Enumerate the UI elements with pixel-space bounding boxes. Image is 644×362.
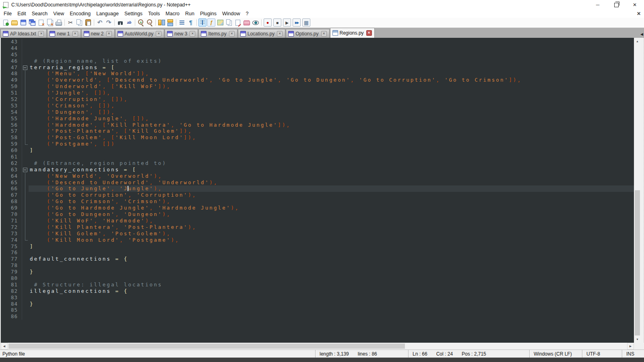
tab-options-py[interactable]: Options.py✕ xyxy=(286,29,329,38)
code-editor-surface[interactable]: 43444546 # (Region name, list of exits)4… xyxy=(1,38,634,343)
tab-locations-py[interactable]: Locations.py✕ xyxy=(238,29,285,38)
scroll-up-arrow[interactable]: ▲ xyxy=(634,38,641,45)
menu-edit[interactable]: Edit xyxy=(14,10,29,17)
vertical-scrollbar-thumb[interactable] xyxy=(635,190,640,335)
tab-close-icon[interactable]: ✕ xyxy=(229,31,235,37)
horizontal-scrollbar-track[interactable] xyxy=(8,343,627,350)
menu-search[interactable]: Search xyxy=(29,10,51,17)
code-line-67[interactable]: 67 ('Go to Corruption', 'Corruption'), xyxy=(1,192,634,198)
code-line-73[interactable]: 73 ('Kill Golem', 'Post-Golem'), xyxy=(1,230,634,237)
code-line-52[interactable]: 52 ('Corruption', []), xyxy=(1,96,634,103)
zoom-in-button[interactable]: + xyxy=(137,19,145,27)
code-line-47[interactable]: 47terraria_regions = [ xyxy=(1,64,634,71)
tab-close-icon[interactable]: ✕ xyxy=(38,31,44,37)
close-file-button[interactable] xyxy=(37,19,45,27)
show-all-characters-button[interactable]: ¶ xyxy=(187,19,195,27)
macro-save-button[interactable]: ▦ xyxy=(302,19,310,27)
sync-horizontal-button[interactable] xyxy=(166,19,174,27)
status-eol-format[interactable]: Windows (CR LF) xyxy=(529,350,582,358)
code-line-62[interactable]: 62 # (Entrance, region pointed to) xyxy=(1,160,634,167)
tab-close-icon[interactable]: ✕ xyxy=(156,31,161,37)
fold-collapse-icon[interactable] xyxy=(22,64,29,71)
restore-button[interactable] xyxy=(607,0,625,10)
menu-view[interactable]: View xyxy=(50,10,67,17)
vertical-scrollbar[interactable]: ▲ ▼ xyxy=(634,38,641,343)
undo-button[interactable]: ↶ xyxy=(96,19,104,27)
code-line-78[interactable]: 78 xyxy=(1,262,634,269)
code-line-72[interactable]: 72 ('Kill Plantera', 'Post-Plantera'), xyxy=(1,224,634,230)
code-line-70[interactable]: 70 ('Go to Dungeon', 'Dungeon'), xyxy=(1,211,634,218)
status-insert-mode[interactable]: INS xyxy=(622,350,644,358)
function-list-button[interactable]: ƒ xyxy=(207,19,215,27)
code-line-74[interactable]: 74 ('Kill Moon Lord', 'Postgame'), xyxy=(1,237,634,243)
sync-vertical-button[interactable] xyxy=(157,19,165,27)
new-file-button[interactable] xyxy=(2,19,10,27)
horizontal-scrollbar-thumb[interactable] xyxy=(8,343,405,349)
document-list-button[interactable] xyxy=(225,19,233,27)
code-line-43[interactable]: 43 xyxy=(1,39,634,45)
word-wrap-button[interactable] xyxy=(178,19,186,27)
tab-new-3[interactable]: new 3✕ xyxy=(165,29,198,38)
code-line-86[interactable]: 86 xyxy=(1,313,634,320)
menu-file[interactable]: File xyxy=(1,10,14,17)
macro-play-button[interactable]: ▶ xyxy=(283,19,291,27)
cut-button[interactable]: ✂ xyxy=(66,19,74,27)
tab-close-icon[interactable]: ✕ xyxy=(190,31,195,37)
tab-scroll-left-button[interactable]: ◀ xyxy=(640,32,643,36)
redo-button[interactable]: ↷ xyxy=(105,19,113,27)
menu-help[interactable]: ? xyxy=(243,10,251,17)
code-line-65[interactable]: 65 ('Descend to Underworld', 'Underworld… xyxy=(1,179,634,186)
ascii-panel-button[interactable] xyxy=(234,19,242,27)
close-document-x-button[interactable]: ✕ xyxy=(637,11,641,16)
monitoring-eye-button[interactable] xyxy=(252,19,260,27)
close-all-button[interactable] xyxy=(46,19,54,27)
code-line-81[interactable]: 81 # Structure: illegal locations xyxy=(1,282,634,288)
code-line-60[interactable]: 60] xyxy=(1,147,634,154)
code-line-79[interactable]: 79} xyxy=(1,269,634,275)
code-line-80[interactable]: 80 xyxy=(1,275,634,282)
replace-button[interactable]: ab xyxy=(125,19,133,27)
horizontal-scrollbar[interactable]: ◀ ▶ xyxy=(0,343,644,350)
code-line-61[interactable]: 61 xyxy=(1,154,634,160)
fold-collapse-icon[interactable] xyxy=(22,167,29,173)
menu-language[interactable]: Language xyxy=(93,10,122,17)
code-line-82[interactable]: 82illegal_connections = { xyxy=(1,288,634,294)
copy-button[interactable] xyxy=(75,19,83,27)
code-line-63[interactable]: 63mandatory_connections = [ xyxy=(1,167,634,173)
code-line-50[interactable]: 50 ('Underworld', ['Kill WoF']), xyxy=(1,83,634,90)
menu-encoding[interactable]: Encoding xyxy=(67,10,93,17)
tab-close-icon[interactable]: ✕ xyxy=(277,31,283,37)
code-line-84[interactable]: 84} xyxy=(1,301,634,307)
code-line-66[interactable]: 66 ('Go to Jungle', 'Jungle'), xyxy=(1,185,634,192)
tab-autoworld-py[interactable]: AutoWorld.py✕ xyxy=(115,29,165,38)
open-file-button[interactable] xyxy=(10,19,19,27)
find-button[interactable] xyxy=(116,19,124,27)
tab-close-icon[interactable]: ✕ xyxy=(72,31,78,37)
code-line-83[interactable]: 83 xyxy=(1,294,634,301)
tab-close-icon[interactable]: ✕ xyxy=(321,31,327,37)
indent-guide-button[interactable] xyxy=(198,19,206,27)
code-line-54[interactable]: 54 ('Dungeon', []), xyxy=(1,109,634,115)
code-line-48[interactable]: 48 ('Menu', ['New World']), xyxy=(1,70,634,77)
macro-stop-button[interactable]: ■ xyxy=(273,19,281,27)
tab-close-icon[interactable]: ✕ xyxy=(366,30,372,36)
code-line-49[interactable]: 49 ('Overworld', ['Descend to Underworld… xyxy=(1,77,634,83)
tab-items-py[interactable]: Items.py✕ xyxy=(198,29,237,38)
code-line-45[interactable]: 45 xyxy=(1,51,634,58)
tab-close-icon[interactable]: ✕ xyxy=(106,31,112,37)
status-encoding[interactable]: UTF-8 xyxy=(582,350,622,358)
print-button[interactable] xyxy=(55,19,63,27)
menu-window[interactable]: Window xyxy=(219,10,243,17)
menu-tools[interactable]: Tools xyxy=(145,10,163,17)
code-line-71[interactable]: 71 ('Kill WoF', 'Hardmode'), xyxy=(1,218,634,224)
scroll-left-arrow[interactable]: ◀ xyxy=(1,343,8,350)
tab-new-2[interactable]: new 2✕ xyxy=(81,29,115,38)
scroll-right-arrow[interactable]: ▶ xyxy=(627,343,634,350)
code-line-69[interactable]: 69 ('Go to Hardmode Jungle', 'Hardmode J… xyxy=(1,205,634,211)
paste-button[interactable] xyxy=(84,19,92,27)
code-line-51[interactable]: 51 ('Jungle', []), xyxy=(1,90,634,96)
macro-record-button[interactable]: ● xyxy=(264,19,272,27)
code-line-55[interactable]: 55 ('Hardmode Jungle', []), xyxy=(1,115,634,122)
tab-new-1[interactable]: new 1✕ xyxy=(47,29,80,38)
scroll-down-arrow[interactable]: ▼ xyxy=(634,336,641,343)
